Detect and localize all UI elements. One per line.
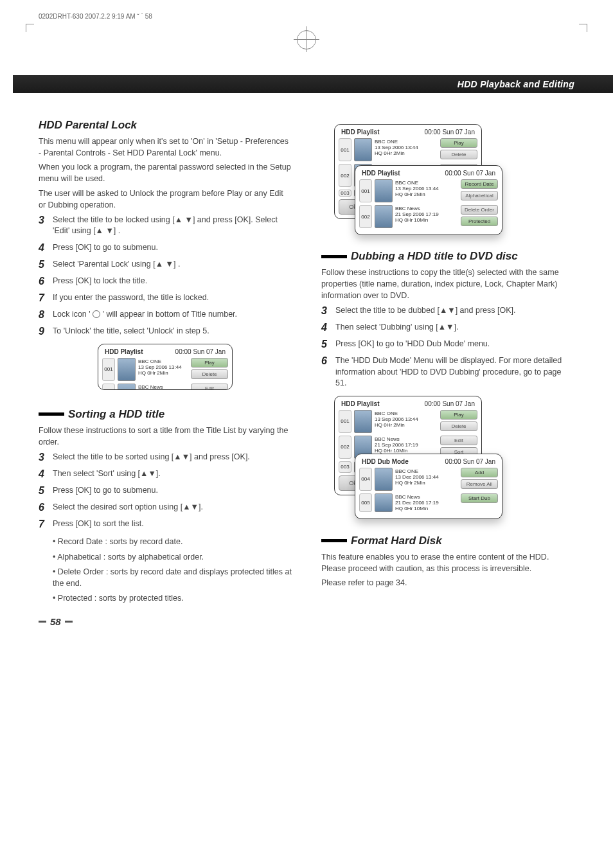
play-button[interactable]: Play	[440, 410, 477, 420]
bullet-item: Record Date : sorts by record date.	[53, 536, 292, 548]
step-text: Select 'Parental Lock' using [▲ ▼] .	[53, 259, 180, 270]
section-header-band: HDD Playback and Editing	[13, 75, 613, 93]
body-text: Follow these instructions to sort a titl…	[39, 425, 292, 448]
protected-button[interactable]: Protected	[461, 217, 498, 226]
crop-marks-top	[39, 24, 574, 56]
body-text: This menu will appear only when it's set…	[39, 136, 292, 159]
format-title: Format Hard Disk	[351, 535, 442, 547]
list-index: 001	[102, 358, 115, 381]
step-text: Then select 'Sort' using [▲▼].	[53, 468, 161, 480]
step-number: 3	[39, 215, 53, 237]
step-text: The 'HDD Dub Mode' Menu will be displaye…	[335, 355, 574, 389]
body-text: Follow these instructions to copy the ti…	[321, 267, 574, 301]
page-number: 58	[39, 616, 292, 627]
start-dub-button[interactable]: Start Dub	[461, 493, 498, 503]
step-number: 4	[321, 322, 335, 333]
step-number: 5	[39, 259, 53, 270]
step-number: 6	[321, 355, 335, 389]
step-number: 7	[39, 292, 53, 304]
ui-playlist-panel: HDD Playlist00:00 Sun 07 Jan 001 BBC ONE…	[98, 344, 233, 390]
remove-all-button[interactable]: Remove All	[461, 479, 498, 489]
step-text: Select the title to be sorted using [▲▼]…	[53, 452, 250, 463]
step-text: Select the desired sort option using [▲▼…	[53, 502, 203, 513]
play-button[interactable]: Play	[191, 358, 228, 368]
step-number: 8	[39, 309, 53, 321]
step-number: 6	[39, 276, 53, 287]
step-text: Press [OK] to go to 'HDD Dub Mode' menu.	[335, 339, 490, 350]
bullet-item: Protected : sorts by protected titles.	[53, 593, 292, 605]
edit-button[interactable]: Edit	[440, 436, 477, 445]
alphabetical-button[interactable]: Alphabetical	[461, 191, 498, 200]
step-number: 6	[39, 502, 53, 513]
body-text: When you lock a program, the parental pa…	[39, 161, 292, 184]
step-text: Then select 'Dubbing' using [▲▼].	[335, 322, 458, 333]
body-text: This feature enables you to erase the en…	[321, 551, 574, 574]
step-number: 5	[39, 485, 53, 497]
step-text: If you enter the password, the title is …	[53, 292, 209, 304]
add-button[interactable]: Add	[461, 468, 498, 477]
ui-dubbing-stack: HDD Playlist00:00 Sun 07 Jan 001BBC ONE1…	[334, 396, 574, 524]
step-text: Press [OK] to go to submenu.	[53, 242, 158, 254]
step-text: Press [OK] to lock the title.	[53, 276, 147, 287]
delete-order-button[interactable]: Delete Order	[461, 205, 498, 215]
delete-button[interactable]: Delete	[440, 421, 477, 431]
sorting-title: Sorting a HDD title	[68, 408, 164, 421]
record-date-button[interactable]: Record Date	[461, 179, 498, 189]
dubbing-title: Dubbing a HDD title to DVD disc	[351, 250, 518, 263]
step-number: 5	[321, 339, 335, 350]
step-number: 9	[39, 326, 53, 337]
ui-sort-stack: HDD Playlist00:00 Sun 07 Jan 001BBC ONE1…	[334, 124, 574, 240]
body-text: Please refer to page 34.	[321, 577, 574, 589]
body-text: The user will be asked to Unlock the pro…	[39, 188, 292, 211]
step-text: Select the title to be locked using [▲ ▼…	[53, 215, 292, 237]
step-text: Press [OK] to sort the list.	[53, 518, 144, 530]
step-number: 7	[39, 518, 53, 530]
delete-button[interactable]: Delete	[191, 369, 228, 379]
step-number: 4	[39, 242, 53, 254]
list-index: 002	[102, 384, 115, 390]
lock-icon	[93, 310, 100, 318]
bullet-item: Alphabetical : sorts by alphabetical ord…	[53, 552, 292, 563]
step-text: Press [OK] to go to submenu.	[53, 485, 158, 497]
step-text: Lock icon ' ' will appear in bottom of T…	[53, 309, 237, 321]
play-button[interactable]: Play	[440, 138, 477, 148]
step-text: To 'Unlock' the title, select 'Unlock' i…	[53, 326, 209, 337]
print-header: 0202DRHT-630 2007.2.2 9:19 AM ˘ ` 58	[39, 13, 574, 20]
parental-lock-title: HDD Parental Lock	[39, 119, 292, 132]
delete-button[interactable]: Delete	[440, 150, 477, 159]
step-text: Select the title to be dubbed [▲▼] and p…	[335, 305, 515, 317]
bullet-item: Delete Order : sorts by record date and …	[53, 567, 292, 589]
thumbnail-icon	[118, 384, 136, 390]
step-number: 3	[39, 452, 53, 463]
step-number: 4	[39, 468, 53, 480]
step-number: 3	[321, 305, 335, 317]
thumbnail-icon	[118, 358, 136, 381]
edit-button[interactable]: Edit	[191, 384, 228, 390]
